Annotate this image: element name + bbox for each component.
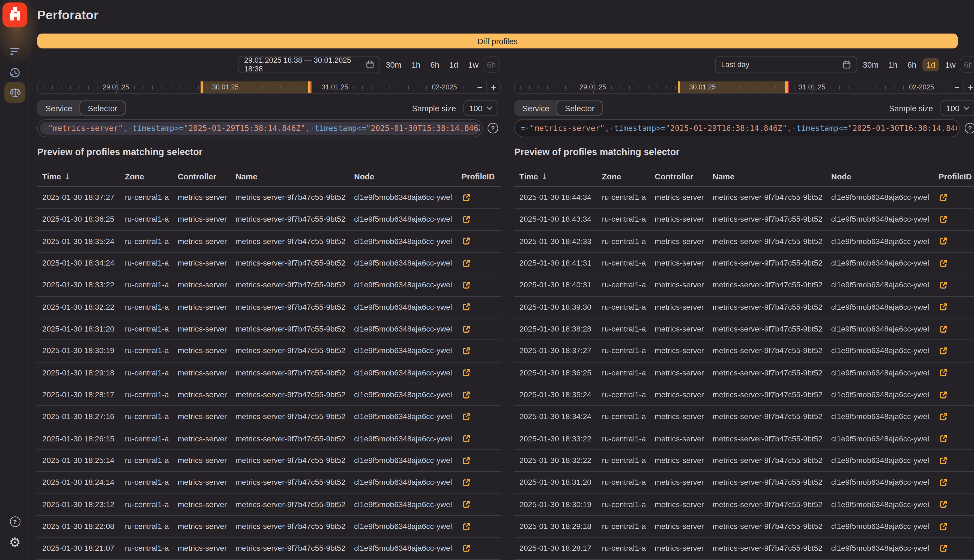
profile-link[interactable] [462,522,501,531]
app-logo[interactable] [2,2,27,27]
diff-profiles-button[interactable]: Diff profiles [37,33,958,48]
sample-size-select[interactable]: 100 [941,100,974,116]
external-link-icon [462,280,471,290]
column-header-time[interactable]: Time↓ [42,172,125,181]
profile-link[interactable] [462,368,501,378]
selector-help-button[interactable]: ? [965,123,974,133]
preset-1d[interactable]: 1d [446,58,462,71]
profile-link[interactable] [462,412,501,422]
timeline-date-label: 30.01.25 [210,83,241,90]
table-cell: metrics-server [178,457,236,465]
sidebar-item-flamegraph[interactable] [4,41,25,62]
timeline-tick [538,86,538,90]
preset-6h[interactable]: 6h [427,58,443,71]
selector-input[interactable]: =·"metrics-server",·timestamp>="2025-01-… [514,119,959,137]
timeline-selection-handle-right[interactable] [785,81,787,93]
preset-30m[interactable]: 30m [382,58,405,71]
profile-link[interactable] [939,259,974,268]
profile-link[interactable] [462,302,501,312]
timeline-selection-handle-left[interactable] [678,81,680,93]
scales-diff-icon [8,86,22,99]
timeline-zoom-in-button[interactable]: + [486,81,500,93]
table-cell: cl1e9f5mob6348aja6cc-ywel [354,237,462,246]
preset-1h[interactable]: 1h [885,58,901,71]
profile-link[interactable] [939,434,974,443]
profile-link[interactable] [462,346,501,355]
profile-link[interactable] [939,237,974,246]
table-cell: cl1e9f5mob6348aja6cc-ywel [831,478,939,487]
profile-link[interactable] [939,280,974,290]
table-cell: metrics-server [655,413,713,421]
profile-link[interactable] [462,390,501,399]
profile-link[interactable] [939,500,974,509]
selector-help-button[interactable]: ? [488,123,498,133]
profile-link[interactable] [939,522,974,531]
selector-input-code: ·"metrics-server",·timestamp>="2025-01-2… [40,122,480,135]
timeline-zoom-out-button[interactable]: − [950,81,963,93]
column-header-controller: Controller [178,172,236,181]
flamegraph-icon [9,45,21,58]
profile-link[interactable] [939,478,974,487]
tab-service[interactable]: Service [515,101,556,116]
preset-1w[interactable]: 1w [942,58,959,71]
profile-link[interactable] [462,215,501,224]
profile-link[interactable] [939,412,974,422]
preset-group: 30m1h6h1d1w [859,56,959,73]
sidebar-item-settings[interactable]: ⚙ [4,532,25,553]
sidebar-item-diff[interactable] [4,82,25,103]
preset-30m[interactable]: 30m [859,58,882,71]
profile-link[interactable] [939,346,974,355]
column-header-time[interactable]: Time↓ [519,172,602,181]
date-range-picker[interactable]: 29.01.2025 18:38 — 30.01.2025 18:38 [238,56,380,73]
sidebar-item-history[interactable] [4,62,25,83]
profile-link[interactable] [939,543,974,553]
table-cell: cl1e9f5mob6348aja6cc-ywel [354,281,462,290]
profile-link[interactable] [939,215,974,224]
timeline-zoom-out-button[interactable]: − [473,81,486,93]
profile-link[interactable] [939,456,974,465]
timeline-ruler[interactable]: 29.01.2530.01.2531.01.2502-2025 [515,81,950,93]
table-cell: cl1e9f5mob6348aja6cc-ywel [354,347,462,355]
tab-selector[interactable]: Selector [557,101,603,116]
preset-1h[interactable]: 1h [408,58,424,71]
table-cell: 2025-01-30 18:28:17 [42,390,125,399]
timeline-selection-handle-right[interactable] [308,81,311,93]
timeline-zoom-in-button[interactable]: + [963,81,974,93]
timeline-tick [766,86,767,90]
profile-link[interactable] [462,280,501,290]
profile-link[interactable] [462,434,501,443]
date-range-picker[interactable]: Last day [715,56,857,73]
timeline-tick [381,86,381,90]
tab-selector[interactable]: Selector [80,101,125,116]
timeline-selection-handle-left[interactable] [201,81,203,93]
table-cell: 2025-01-30 18:24:14 [42,478,125,487]
table-cell: 2025-01-30 18:32:22 [42,303,125,312]
timeline-tick [180,86,180,90]
selector-input[interactable]: ·"metrics-server",·timestamp>="2025-01-2… [37,119,483,137]
profile-link[interactable] [462,193,501,202]
profile-link[interactable] [462,478,501,487]
profile-link[interactable] [939,325,974,334]
profile-link[interactable] [939,302,974,312]
sample-size-select[interactable]: 100 [463,100,498,116]
timeline-ruler[interactable]: 29.01.2530.01.2531.01.2502-2025 [38,81,473,93]
profile-link[interactable] [939,368,974,378]
profile-link[interactable] [462,543,501,553]
table-cell: cl1e9f5mob6348aja6cc-ywel [831,347,939,355]
profile-link[interactable] [462,237,501,246]
tab-service[interactable]: Service [38,101,80,116]
external-link-icon [462,346,471,355]
preset-1w[interactable]: 1w [464,58,482,71]
profile-link[interactable] [939,193,974,202]
table-cell: metrics-server [178,237,236,246]
history-clock-icon [9,67,21,79]
profile-link[interactable] [462,325,501,334]
profile-link[interactable] [939,390,974,399]
preset-1d[interactable]: 1d [923,58,939,71]
sidebar-item-help[interactable]: ? [4,511,25,532]
profile-link[interactable] [462,259,501,268]
profile-link[interactable] [462,500,501,509]
preset-6h[interactable]: 6h [904,58,920,71]
profile-link[interactable] [462,456,501,465]
table-cell: 2025-01-30 18:25:14 [42,457,125,465]
